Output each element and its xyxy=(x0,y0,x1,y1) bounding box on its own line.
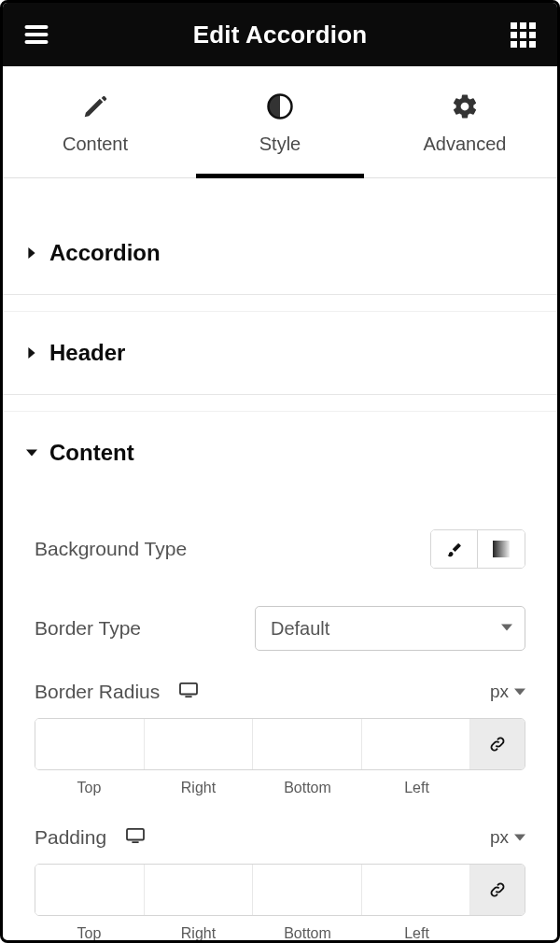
border-type-select-wrap: Default xyxy=(255,606,525,651)
section-header-header[interactable]: Header xyxy=(3,312,557,395)
padding-unit-button[interactable]: px xyxy=(490,827,525,848)
border-radius-top-input[interactable] xyxy=(35,719,145,769)
border-radius-side-labels: Top Right Bottom Left xyxy=(35,780,525,796)
section-content-body: Background Type Border Type Default xyxy=(3,494,557,940)
padding-right-input[interactable] xyxy=(145,865,254,915)
border-radius-unit-button[interactable]: px xyxy=(490,682,525,702)
section-accordion-header[interactable]: Accordion xyxy=(3,212,557,295)
border-radius-label: Border Radius xyxy=(35,681,160,703)
hamburger-icon xyxy=(22,21,50,49)
responsive-device-button[interactable] xyxy=(125,826,146,849)
section-title: Content xyxy=(49,440,134,466)
padding-top-input[interactable] xyxy=(35,865,145,915)
border-radius-right-input[interactable] xyxy=(145,719,254,769)
tab-label: Style xyxy=(259,134,301,155)
apps-grid-icon xyxy=(511,22,536,48)
caret-right-icon xyxy=(25,346,38,359)
pencil-icon xyxy=(81,92,109,120)
gear-icon xyxy=(451,92,479,120)
background-type-buttons xyxy=(430,529,525,569)
apps-button[interactable] xyxy=(505,16,542,53)
sections-container: Accordion Header Content Background Type xyxy=(3,178,557,940)
border-radius-link-button[interactable] xyxy=(470,719,525,769)
unit-label: px xyxy=(490,682,509,702)
section-title: Header xyxy=(49,340,125,366)
border-radius-row: Border Radius px xyxy=(25,669,535,716)
side-label-right: Right xyxy=(144,925,253,940)
svg-rect-1 xyxy=(25,33,49,36)
brush-icon xyxy=(446,541,463,557)
border-radius-bottom-input[interactable] xyxy=(253,719,362,769)
border-radius-inputs xyxy=(35,718,525,770)
side-label-top: Top xyxy=(35,925,144,940)
svg-rect-4 xyxy=(180,683,197,695)
tab-label: Content xyxy=(63,134,128,155)
svg-rect-6 xyxy=(127,829,144,840)
chevron-down-icon xyxy=(514,827,525,848)
svg-rect-0 xyxy=(25,25,49,29)
panel-tabs: Content Style Advanced xyxy=(3,66,557,178)
background-classic-button[interactable] xyxy=(431,530,478,568)
side-label-left: Left xyxy=(362,780,471,796)
caret-right-icon xyxy=(25,246,38,260)
padding-inputs xyxy=(35,864,525,916)
section-title: Accordion xyxy=(49,240,161,266)
link-icon xyxy=(488,880,507,899)
menu-button[interactable] xyxy=(18,16,55,53)
border-radius-left-input[interactable] xyxy=(362,719,471,769)
side-label-bottom: Bottom xyxy=(253,780,362,796)
caret-down-icon xyxy=(25,446,38,459)
tab-content[interactable]: Content xyxy=(3,66,188,177)
background-type-label: Background Type xyxy=(35,538,187,560)
link-icon xyxy=(488,735,507,753)
svg-rect-2 xyxy=(25,40,49,44)
padding-link-button[interactable] xyxy=(470,865,525,915)
border-type-select[interactable]: Default xyxy=(255,606,525,651)
side-label-top: Top xyxy=(35,780,144,796)
tab-advanced[interactable]: Advanced xyxy=(372,66,557,177)
padding-left-input[interactable] xyxy=(362,865,471,915)
padding-label: Padding xyxy=(35,826,106,849)
tab-label: Advanced xyxy=(424,134,507,155)
half-circle-icon xyxy=(266,92,294,120)
padding-bottom-input[interactable] xyxy=(253,865,362,915)
unit-label: px xyxy=(490,827,509,848)
background-type-row: Background Type xyxy=(25,511,535,587)
side-label-bottom: Bottom xyxy=(253,925,362,940)
border-type-row: Border Type Default xyxy=(25,587,535,669)
padding-side-labels: Top Right Bottom Left xyxy=(35,925,525,940)
border-type-label: Border Type xyxy=(35,617,141,640)
responsive-device-button[interactable] xyxy=(178,681,199,703)
chevron-down-icon xyxy=(514,682,525,702)
padding-row: Padding px xyxy=(25,815,535,862)
page-title: Edit Accordion xyxy=(193,21,368,49)
side-label-right: Right xyxy=(144,780,253,796)
section-content-header[interactable]: Content xyxy=(3,412,557,494)
background-gradient-button[interactable] xyxy=(478,530,525,568)
side-label-left: Left xyxy=(362,925,471,940)
gradient-icon xyxy=(493,541,510,557)
tab-style[interactable]: Style xyxy=(188,66,372,177)
top-bar: Edit Accordion xyxy=(3,3,557,66)
